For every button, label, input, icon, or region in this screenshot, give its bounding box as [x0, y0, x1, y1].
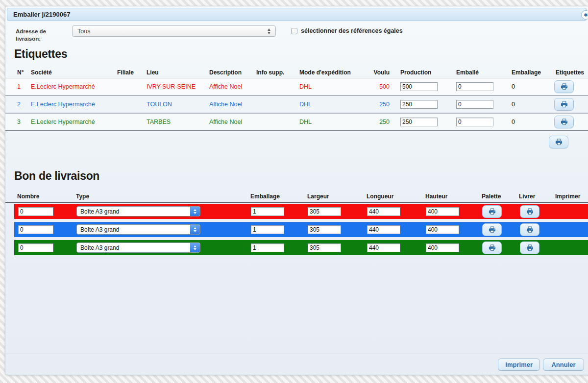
type-selected-value: Boîte A3 grand: [77, 226, 190, 233]
hauteur-input[interactable]: [426, 225, 459, 234]
row-lieu: TOULON: [147, 101, 209, 108]
select-stepper-icon: [190, 207, 200, 216]
select-stepper-icon: [190, 225, 200, 234]
nombre-input[interactable]: [18, 207, 53, 216]
equal-references-option: sélectionner des références égales: [291, 27, 403, 34]
col-header-type: Type: [76, 193, 250, 200]
largeur-input[interactable]: [308, 225, 341, 234]
row-societe: E.Leclerc Hypermarché: [31, 101, 117, 108]
col-header-longueur: Longueur: [365, 193, 425, 200]
row-num: 2: [17, 101, 31, 108]
row-emballage-count: 0: [510, 119, 554, 125]
row-mode-expedition: DHL: [299, 101, 372, 108]
row-description: Affiche Noel: [209, 101, 256, 108]
largeur-input[interactable]: [308, 207, 341, 216]
type-select[interactable]: Boîte A3 grand: [76, 242, 200, 253]
delivery-row-red: Boîte A3 grand: [14, 204, 588, 219]
print-livrer-button[interactable]: [520, 205, 539, 218]
print-livrer-button[interactable]: [520, 241, 539, 254]
main-window: Emballer j/2190067 ✱ Adresse de livraiso…: [5, 6, 588, 375]
emballe-input[interactable]: [456, 100, 493, 109]
bon-de-livraison-rows: Boîte A3 grand Boîte A3 gr: [5, 204, 588, 255]
row-num: 1: [17, 83, 31, 90]
delivery-address-label: Adresse de livraison:: [16, 28, 46, 43]
printer-icon: [489, 226, 496, 233]
col-header-etiquettes: Etiquettes: [554, 69, 588, 76]
nombre-input[interactable]: [18, 243, 53, 252]
printer-icon: [526, 226, 534, 233]
col-header-lieu: Lieu: [147, 69, 209, 76]
production-input[interactable]: [400, 82, 438, 91]
annuler-button[interactable]: Annuler: [543, 359, 584, 371]
col-header-imprimer: Imprimer: [554, 193, 588, 200]
col-header-emballage: Emballage: [250, 193, 307, 200]
col-header-livrer: Livrer: [517, 193, 554, 200]
type-select[interactable]: Boîte A3 grand: [76, 206, 200, 216]
row-description: Affiche Noel: [209, 83, 256, 90]
bon-de-livraison-table-header: Nombre Type Emballage Largeur Longueur H…: [5, 191, 588, 203]
printer-icon: [555, 139, 563, 145]
print-palette-button[interactable]: [482, 241, 502, 254]
bon-de-livraison-heading: Bon de livraison: [14, 169, 588, 183]
emballe-input[interactable]: [456, 118, 493, 126]
delivery-address-row: Adresse de livraison: Tous sélectionner …: [5, 25, 588, 48]
emballage-input[interactable]: [251, 243, 284, 252]
row-voulu: 500: [372, 83, 392, 90]
hauteur-input[interactable]: [426, 207, 459, 216]
imprimer-button[interactable]: Imprimer: [498, 359, 540, 371]
production-input[interactable]: [400, 118, 438, 126]
row-voulu: 250: [372, 101, 392, 108]
col-header-description: Description: [209, 69, 256, 76]
type-selected-value: Boîte A3 grand: [77, 244, 190, 251]
delivery-row-green: Boîte A3 grand: [14, 240, 588, 255]
emballage-input[interactable]: [251, 207, 284, 216]
col-header-production: Production: [400, 69, 456, 76]
row-societe: E.Leclerc Hypermarché: [31, 83, 117, 90]
printer-icon: [526, 208, 534, 215]
delivery-address-selected-value: Tous: [77, 28, 268, 35]
longueur-input[interactable]: [367, 207, 400, 216]
col-header-voulu: Voulu: [372, 69, 392, 76]
emballage-input[interactable]: [251, 225, 284, 234]
equal-references-label: sélectionner des références égales: [301, 27, 403, 34]
footer-bar: Imprimer Annuler: [5, 354, 588, 375]
print-etiquettes-button[interactable]: [554, 98, 574, 111]
print-all-etiquettes-button[interactable]: [549, 136, 568, 148]
print-palette-button[interactable]: [482, 223, 502, 236]
select-stepper-icon: [190, 243, 200, 252]
print-livrer-button[interactable]: [520, 223, 539, 236]
largeur-input[interactable]: [308, 243, 341, 252]
hauteur-input[interactable]: [426, 243, 459, 252]
window-corner-icon[interactable]: ✱: [581, 10, 588, 20]
longueur-input[interactable]: [367, 225, 400, 234]
col-header-info-supp: Info supp.: [256, 69, 299, 76]
row-mode-expedition: DHL: [299, 119, 372, 125]
col-header-nombre: Nombre: [17, 193, 76, 200]
col-header-palette: Palette: [480, 193, 517, 200]
window-titlebar: Emballer j/2190067 ✱: [7, 8, 587, 21]
row-voulu: 250: [372, 119, 392, 125]
equal-references-checkbox[interactable]: [291, 28, 297, 34]
row-num: 3: [17, 119, 31, 125]
col-header-largeur: Largeur: [307, 193, 365, 200]
nombre-input[interactable]: [18, 225, 53, 234]
col-header-societe: Société: [31, 69, 117, 76]
print-etiquettes-button[interactable]: [554, 80, 574, 93]
select-arrows-icon: [268, 28, 270, 34]
print-palette-button[interactable]: [482, 205, 502, 218]
row-mode-expedition: DHL: [299, 83, 372, 90]
printer-icon: [489, 244, 496, 251]
delivery-address-select[interactable]: Tous: [72, 25, 276, 37]
printer-icon: [489, 208, 496, 215]
production-input[interactable]: [400, 100, 438, 109]
row-societe: E.Leclerc Hypermarché: [31, 119, 117, 125]
print-etiquettes-button[interactable]: [554, 116, 574, 128]
etiquettes-row-2: 2 E.Leclerc Hypermarché TOULON Affiche N…: [5, 96, 588, 114]
emballe-input[interactable]: [456, 82, 493, 91]
row-lieu: TARBES: [147, 119, 209, 125]
row-emballage-count: 0: [510, 101, 554, 108]
longueur-input[interactable]: [367, 243, 400, 252]
row-emballage-count: 0: [510, 83, 554, 90]
type-select[interactable]: Boîte A3 grand: [76, 224, 200, 235]
window-title: Emballer j/2190067: [7, 11, 70, 18]
